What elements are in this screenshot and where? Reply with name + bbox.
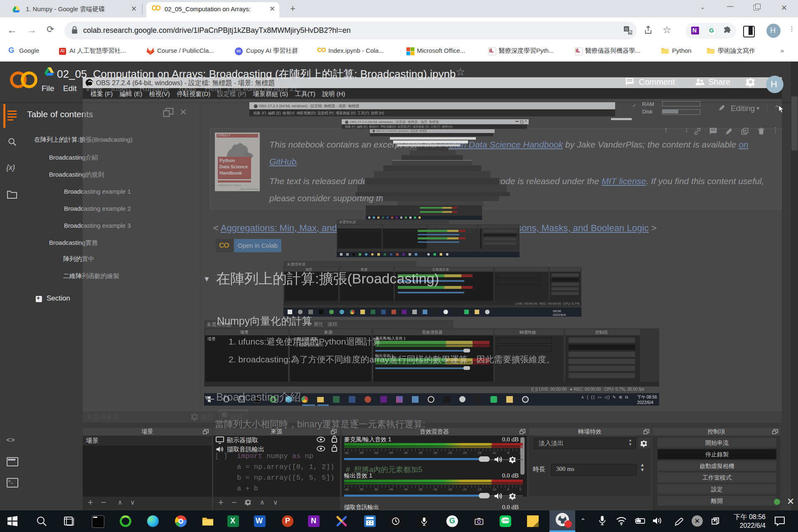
svg-text:G: G (625, 27, 628, 31)
